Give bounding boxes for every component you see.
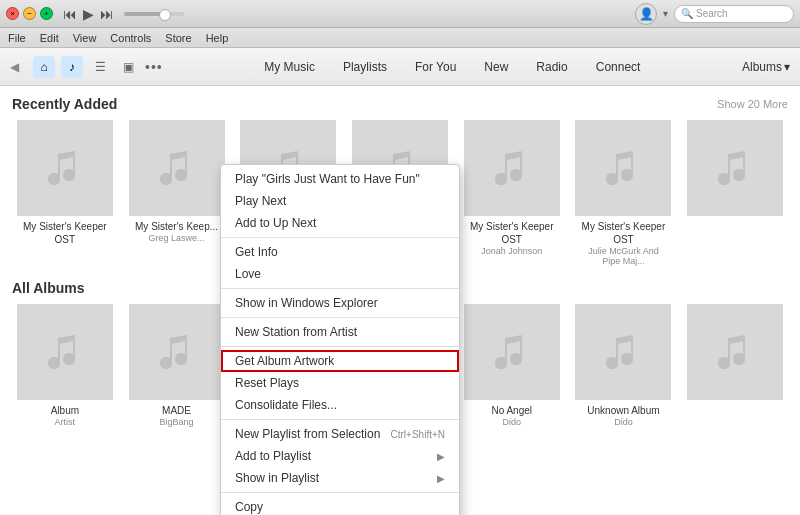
context-menu: Play "Girls Just Want to Have Fun" Play … bbox=[220, 164, 460, 515]
cm-label: Show in Playlist bbox=[235, 471, 319, 485]
title-bar-right: 👤 ▾ 🔍 Search bbox=[635, 3, 794, 25]
albums-label: Albums bbox=[742, 60, 782, 74]
back-arrow[interactable]: ◀ bbox=[10, 60, 19, 74]
album-art bbox=[464, 304, 560, 400]
cm-copy[interactable]: Copy bbox=[221, 496, 459, 515]
tab-my-music[interactable]: My Music bbox=[250, 55, 329, 79]
album-artist: Dido bbox=[614, 417, 633, 427]
album-artist: Julie McGurk And Pipe Maj... bbox=[578, 246, 668, 266]
cm-separator bbox=[221, 237, 459, 238]
display-icon[interactable]: ▣ bbox=[117, 56, 139, 78]
album-title: My Sister's Keeper OST bbox=[467, 220, 557, 246]
prev-button[interactable]: ⏮ bbox=[63, 6, 77, 22]
cm-separator bbox=[221, 317, 459, 318]
toolbar: ◀ ⌂ ♪ ☰ ▣ ••• My Music Playlists For You… bbox=[0, 48, 800, 86]
search-placeholder: Search bbox=[696, 8, 728, 19]
cm-add-up-next[interactable]: Add to Up Next bbox=[221, 212, 459, 234]
album-art bbox=[575, 120, 671, 216]
transport-controls: ⏮ ▶ ⏭ bbox=[63, 6, 184, 22]
album-title: Album bbox=[51, 404, 79, 417]
album-item[interactable]: My Sister's Keeper OST Julie McGurk And … bbox=[571, 120, 677, 266]
menu-file[interactable]: File bbox=[8, 32, 26, 44]
cm-consolidate-files[interactable]: Consolidate Files... bbox=[221, 394, 459, 416]
album-art bbox=[17, 304, 113, 400]
list-icon[interactable]: ☰ bbox=[89, 56, 111, 78]
cm-label: New Playlist from Selection bbox=[235, 427, 380, 441]
album-item[interactable]: Unknown Album Dido bbox=[571, 304, 677, 427]
search-box[interactable]: 🔍 Search bbox=[674, 5, 794, 23]
cm-new-playlist-from-selection[interactable]: New Playlist from Selection Ctrl+Shift+N bbox=[221, 423, 459, 445]
album-art bbox=[687, 304, 783, 400]
album-item[interactable]: My Sister's Keep... Greg Laswe... bbox=[124, 120, 230, 266]
cm-shortcut: Ctrl+Shift+N bbox=[391, 429, 445, 440]
menu-view[interactable]: View bbox=[73, 32, 97, 44]
toolbar-icons: ⌂ ♪ ☰ ▣ ••• bbox=[33, 56, 163, 78]
cm-arrow-icon: ▶ bbox=[437, 451, 445, 462]
cm-reset-plays[interactable]: Reset Plays bbox=[221, 372, 459, 394]
cm-get-info[interactable]: Get Info bbox=[221, 241, 459, 263]
close-button[interactable]: × bbox=[6, 7, 19, 20]
menu-help[interactable]: Help bbox=[206, 32, 229, 44]
album-item[interactable]: MADE BigBang bbox=[124, 304, 230, 427]
tab-for-you[interactable]: For You bbox=[401, 55, 470, 79]
show-more-recent[interactable]: Show 20 More bbox=[717, 98, 788, 110]
user-dropdown-arrow: ▾ bbox=[663, 8, 668, 19]
cm-love[interactable]: Love bbox=[221, 263, 459, 285]
album-art bbox=[687, 120, 783, 216]
album-art bbox=[575, 304, 671, 400]
cm-show-in-playlist[interactable]: Show in Playlist ▶ bbox=[221, 467, 459, 489]
album-title: MADE bbox=[162, 404, 191, 417]
menu-store[interactable]: Store bbox=[165, 32, 191, 44]
cm-show-windows-explorer[interactable]: Show in Windows Explorer bbox=[221, 292, 459, 314]
album-item[interactable] bbox=[682, 120, 788, 266]
album-artist: Artist bbox=[55, 417, 76, 427]
albums-button[interactable]: Albums ▾ bbox=[742, 60, 790, 74]
cm-separator bbox=[221, 419, 459, 420]
album-item[interactable]: My Sister's Keeper OST bbox=[12, 120, 118, 266]
tab-radio[interactable]: Radio bbox=[522, 55, 581, 79]
recently-added-header: Recently Added Show 20 More bbox=[12, 96, 788, 112]
album-art bbox=[17, 120, 113, 216]
album-item[interactable]: No Angel Dido bbox=[459, 304, 565, 427]
cm-separator bbox=[221, 492, 459, 493]
maximize-button[interactable]: + bbox=[40, 7, 53, 20]
menu-edit[interactable]: Edit bbox=[40, 32, 59, 44]
album-item[interactable]: Album Artist bbox=[12, 304, 118, 427]
music-icon[interactable]: ♪ bbox=[61, 56, 83, 78]
user-button[interactable]: 👤 bbox=[635, 3, 657, 25]
menu-bar: File Edit View Controls Store Help bbox=[0, 28, 800, 48]
cm-new-station[interactable]: New Station from Artist bbox=[221, 321, 459, 343]
albums-dropdown-arrow: ▾ bbox=[784, 60, 790, 74]
search-icon: 🔍 bbox=[681, 8, 693, 19]
album-item[interactable]: My Sister's Keeper OST Jonah Johnson bbox=[459, 120, 565, 266]
album-title: Unknown Album bbox=[587, 404, 659, 417]
cm-add-to-playlist[interactable]: Add to Playlist ▶ bbox=[221, 445, 459, 467]
album-art bbox=[129, 120, 225, 216]
cm-separator bbox=[221, 346, 459, 347]
cm-get-album-artwork[interactable]: Get Album Artwork bbox=[221, 350, 459, 372]
album-item[interactable] bbox=[682, 304, 788, 427]
volume-slider[interactable] bbox=[124, 12, 184, 16]
main-content: Recently Added Show 20 More My Sister's … bbox=[0, 86, 800, 515]
cm-play-next[interactable]: Play Next bbox=[221, 190, 459, 212]
next-button[interactable]: ⏭ bbox=[100, 6, 114, 22]
album-artist: Dido bbox=[502, 417, 521, 427]
play-button[interactable]: ▶ bbox=[83, 6, 94, 22]
album-title: My Sister's Keep... bbox=[135, 220, 218, 233]
menu-controls[interactable]: Controls bbox=[110, 32, 151, 44]
minimize-button[interactable]: − bbox=[23, 7, 36, 20]
tab-connect[interactable]: Connect bbox=[582, 55, 655, 79]
home-icon[interactable]: ⌂ bbox=[33, 56, 55, 78]
album-art bbox=[129, 304, 225, 400]
all-albums-title: All Albums bbox=[12, 280, 85, 296]
cm-arrow-icon: ▶ bbox=[437, 473, 445, 484]
tab-new[interactable]: New bbox=[470, 55, 522, 79]
album-artist: Jonah Johnson bbox=[481, 246, 542, 256]
recently-added-title: Recently Added bbox=[12, 96, 117, 112]
more-options[interactable]: ••• bbox=[145, 59, 163, 75]
album-artist: BigBang bbox=[160, 417, 194, 427]
cm-label: Add to Playlist bbox=[235, 449, 311, 463]
tab-playlists[interactable]: Playlists bbox=[329, 55, 401, 79]
cm-play-girls[interactable]: Play "Girls Just Want to Have Fun" bbox=[221, 168, 459, 190]
album-title: My Sister's Keeper OST bbox=[20, 220, 110, 246]
